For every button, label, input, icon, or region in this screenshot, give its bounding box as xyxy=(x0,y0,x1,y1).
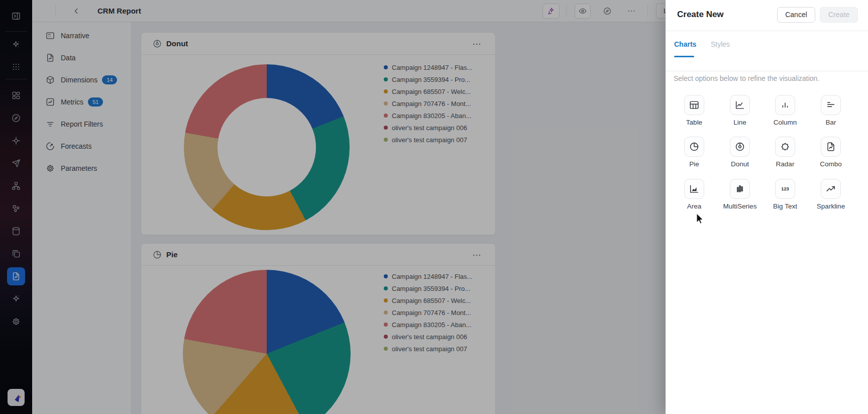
chart-type-tile-column[interactable] xyxy=(775,95,795,115)
big-text-icon: 123 xyxy=(780,183,791,194)
line-chart-icon xyxy=(734,99,745,111)
chart-type-tile-sparkline[interactable] xyxy=(821,179,841,199)
active-tab-underline xyxy=(674,56,694,57)
divider xyxy=(666,71,868,71)
chart-type-tile-radar[interactable] xyxy=(775,137,795,157)
create-button[interactable]: Create xyxy=(820,7,858,23)
pie-icon xyxy=(689,141,700,152)
donut-icon xyxy=(734,141,745,152)
chart-type-label: Area xyxy=(687,202,702,210)
divider xyxy=(666,31,868,31)
chart-type-label: Column xyxy=(774,119,797,126)
chart-type-label: Big Text xyxy=(773,202,797,210)
chart-type-tile-combo[interactable] xyxy=(821,137,841,157)
chart-type-tile-line[interactable] xyxy=(730,95,750,115)
tab-charts[interactable]: Charts xyxy=(674,40,696,48)
multiseries-icon xyxy=(734,183,745,194)
chart-type-tile-area[interactable] xyxy=(684,179,704,199)
table-icon xyxy=(689,99,700,111)
mouse-cursor xyxy=(696,213,705,224)
chart-type-tile-multiseries[interactable] xyxy=(730,179,750,199)
chart-type-tile-bar[interactable] xyxy=(821,95,841,115)
panel-title: Create New xyxy=(677,10,724,20)
chart-type-tile-donut[interactable] xyxy=(730,137,750,157)
chart-type-tile-table[interactable] xyxy=(684,95,704,115)
area-chart-icon xyxy=(689,183,700,194)
combo-icon xyxy=(825,141,836,152)
chart-type-label: Line xyxy=(733,119,746,126)
chart-type-label: Combo xyxy=(820,160,842,168)
column-chart-icon xyxy=(780,99,791,111)
chart-type-label: Bar xyxy=(825,119,836,126)
svg-text:123: 123 xyxy=(781,186,789,191)
chart-type-label: MultiSeries xyxy=(723,202,757,210)
chart-type-label: Sparkline xyxy=(817,202,845,210)
modal-backdrop xyxy=(0,0,666,414)
sparkline-icon xyxy=(825,183,836,194)
app-window: CRM Report Last 30 days NarrativeDataDim… xyxy=(0,0,868,414)
chart-type-label: Table xyxy=(686,119,702,126)
create-new-panel: Create New Cancel Create Charts Styles S… xyxy=(666,0,868,414)
chart-type-label: Pie xyxy=(689,160,699,168)
chart-type-tile-pie[interactable] xyxy=(684,137,704,157)
chart-type-label: Donut xyxy=(731,160,749,168)
chart-type-label: Radar xyxy=(776,160,795,168)
panel-instruction: Select options below to refine the visua… xyxy=(674,74,819,82)
bar-chart-icon xyxy=(825,99,836,111)
radar-icon xyxy=(780,141,791,152)
tab-styles[interactable]: Styles xyxy=(711,40,730,48)
cancel-button[interactable]: Cancel xyxy=(777,7,815,23)
chart-type-tile-big-text[interactable]: 123 xyxy=(775,179,795,199)
